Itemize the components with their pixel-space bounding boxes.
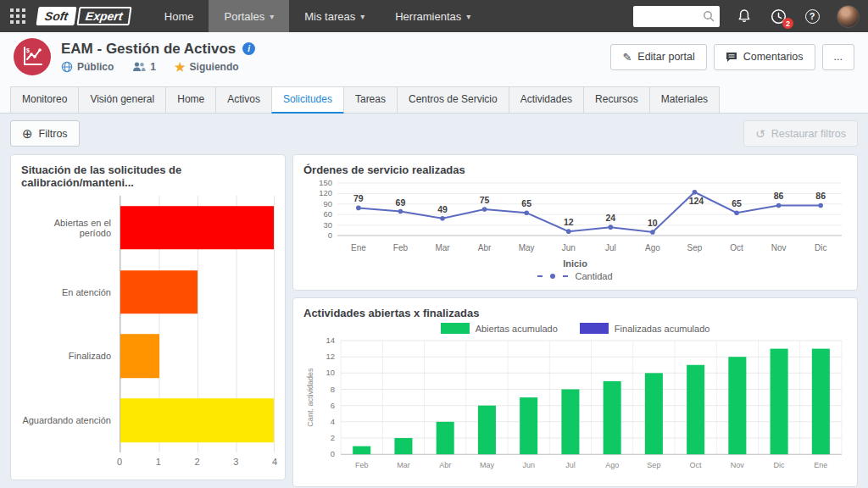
svg-text:Mar: Mar <box>435 243 450 252</box>
filters-button[interactable]: ⊕ Filtros <box>10 120 80 147</box>
svg-text:Mar: Mar <box>397 461 410 469</box>
restore-filters-button[interactable]: ↺ Restaurar filtros <box>743 120 858 147</box>
tab-activos[interactable]: Activos <box>215 86 272 113</box>
tab-materiales[interactable]: Materiales <box>649 86 720 113</box>
legend-swatch <box>580 323 609 334</box>
search-input[interactable] <box>638 10 703 22</box>
tab-home[interactable]: Home <box>165 86 216 113</box>
chart-title-ordenes: Órdenes de servicio realizadas <box>303 164 847 176</box>
tab-recursos[interactable]: Recursos <box>583 86 650 113</box>
portal-chart-icon: $ <box>14 38 51 75</box>
tab-solicitudes[interactable]: Solicitudes <box>271 86 344 114</box>
hbar-track <box>120 388 275 452</box>
legend-series-label: Cantidad <box>575 271 612 281</box>
help-button[interactable]: ? <box>803 7 821 25</box>
svg-text:8: 8 <box>331 385 335 394</box>
legend-dash-icon <box>537 275 542 277</box>
svg-text:124: 124 <box>689 196 704 206</box>
svg-text:79: 79 <box>353 193 364 203</box>
hbar-bar-en-atencion[interactable] <box>120 270 198 314</box>
svg-text:Jul: Jul <box>565 461 576 469</box>
hbar-category-label: Aguardando atención <box>21 388 120 452</box>
tab-vision-general[interactable]: Visión general <box>78 86 166 113</box>
svg-text:150: 150 <box>319 178 332 187</box>
vbar-chart-actividades[interactable]: 02468101214Cant. actividadesFebMarAbrMay… <box>303 336 847 478</box>
global-search[interactable] <box>633 6 720 27</box>
star-icon: ★ <box>175 60 186 74</box>
svg-text:60: 60 <box>324 209 333 219</box>
svg-text:12: 12 <box>564 217 574 227</box>
pending-count-badge: 2 <box>782 18 793 29</box>
svg-text:Oct: Oct <box>730 243 743 252</box>
following-toggle[interactable]: ★ Siguiendo <box>175 60 239 74</box>
hbar-row: Aguardando atención <box>21 388 275 452</box>
tab-actividades[interactable]: Actividades <box>509 86 584 113</box>
svg-text:69: 69 <box>396 197 406 208</box>
portal-tabs: MonitoreoVisión generalHomeActivosSolici… <box>0 81 868 114</box>
dashboard-content: ⊕ Filtros ↺ Restaurar filtros Situación … <box>0 114 868 488</box>
bell-icon <box>737 8 752 24</box>
svg-text:May: May <box>519 243 535 252</box>
svg-text:Jun: Jun <box>562 243 576 252</box>
svg-text:Nov: Nov <box>771 243 787 252</box>
x-tick-label: 1 <box>156 457 161 467</box>
chart-title-actividades: Actividades abiertas x finalizadas <box>303 307 847 319</box>
hbar-category-label: Abiertas en el período <box>21 196 120 260</box>
svg-text:Dic: Dic <box>774 461 785 469</box>
chevron-down-icon: ▾ <box>360 12 364 21</box>
globe-icon <box>61 61 73 73</box>
app-grid-icon[interactable] <box>10 8 25 24</box>
svg-text:$: $ <box>26 47 30 54</box>
line-chart-xlabel: Inicio <box>303 258 847 269</box>
hbar-category-label: Finalizado <box>21 324 120 389</box>
svg-text:30: 30 <box>324 220 333 230</box>
line-chart-legend: Cantidad <box>303 271 847 281</box>
legend-label: Abiertas acumulado <box>476 324 558 334</box>
pending-tasks-button[interactable]: 2 <box>769 7 787 25</box>
svg-text:Feb: Feb <box>355 461 369 469</box>
hbar-bar-aguardando-atencion[interactable] <box>120 398 275 442</box>
hbar-bar-finalizado[interactable] <box>120 335 159 379</box>
logo-soft-text: Soft <box>36 7 76 25</box>
svg-text:Oct: Oct <box>690 461 703 469</box>
line-chart-ordenes[interactable]: 030609012015079Ene69Feb49Mar75Abr65May12… <box>303 176 847 258</box>
svg-text:Ago: Ago <box>645 243 660 252</box>
nav-item-home[interactable]: Home <box>149 0 209 32</box>
svg-text:86: 86 <box>815 191 826 201</box>
tab-tareas[interactable]: Tareas <box>343 86 398 113</box>
svg-text:10: 10 <box>648 218 658 228</box>
ellipsis-icon: ... <box>834 51 843 63</box>
svg-text:Jun: Jun <box>522 461 535 469</box>
svg-text:10: 10 <box>326 368 336 377</box>
nav-item-herramientas[interactable]: Herramientas▾ <box>380 0 486 32</box>
info-icon[interactable]: i <box>242 42 255 55</box>
edit-portal-button[interactable]: ✎ Editar portal <box>610 44 706 70</box>
tab-monitoreo[interactable]: Monitoreo <box>10 86 79 113</box>
nav-item-portales[interactable]: Portales▾ <box>209 0 289 32</box>
svg-text:Sep: Sep <box>647 461 660 469</box>
restore-icon: ↺ <box>755 127 765 141</box>
x-tick-label: 0 <box>117 457 122 467</box>
user-avatar[interactable] <box>837 5 860 28</box>
comment-icon <box>726 52 737 63</box>
legend-item-abiertas-acumulado: Abiertas acumulado <box>441 323 558 334</box>
svg-text:Ene: Ene <box>351 243 366 252</box>
svg-text:75: 75 <box>480 195 490 205</box>
nav-item-mis-tareas[interactable]: Mis tareas▾ <box>289 0 380 32</box>
hbar-category-label: En atención <box>21 260 120 324</box>
svg-text:24: 24 <box>605 213 615 223</box>
notifications-button[interactable] <box>735 7 754 25</box>
comments-button[interactable]: Comentarios <box>714 44 815 70</box>
svg-text:May: May <box>480 461 495 469</box>
hbar-chart-solicitudes[interactable]: Abiertas en el períodoEn atenciónFinaliz… <box>21 196 275 471</box>
hbar-bar-abiertas-en-el-periodo[interactable] <box>120 206 275 250</box>
search-icon <box>703 10 715 22</box>
hbar-row: Finalizado <box>21 324 275 389</box>
svg-text:90: 90 <box>324 199 333 208</box>
svg-text:65: 65 <box>732 198 742 208</box>
softexpert-logo[interactable]: Soft Expert <box>37 7 131 25</box>
vbar-chart-legend: Abiertas acumuladoFinalizadas acumulado <box>303 323 847 334</box>
tab-centros-de-servicio[interactable]: Centros de Servicio <box>397 86 509 113</box>
legend-swatch <box>441 323 470 334</box>
more-options-button[interactable]: ... <box>822 44 854 70</box>
